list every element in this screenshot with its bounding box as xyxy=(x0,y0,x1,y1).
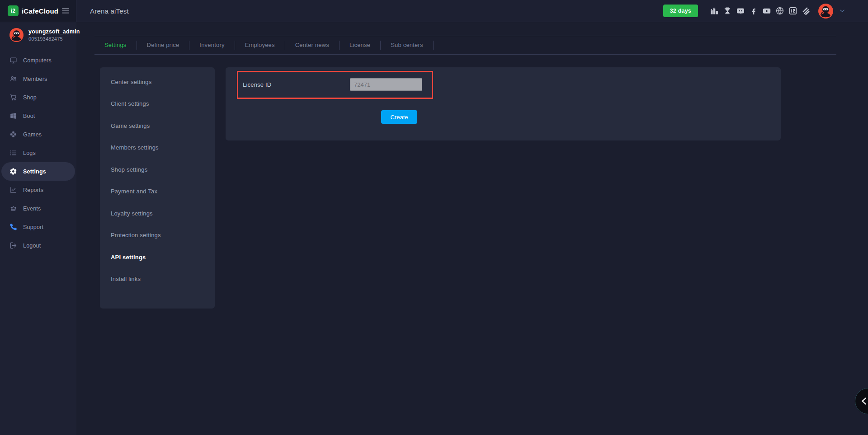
sidebar-item-members[interactable]: Members xyxy=(0,70,76,88)
hamburger-icon[interactable] xyxy=(61,6,70,15)
sidebar-item-logs[interactable]: Logs xyxy=(0,144,76,162)
sidebar-item-label: Computers xyxy=(23,57,52,64)
sidebar-item-reports[interactable]: Reports xyxy=(0,181,76,199)
chevron-down-icon[interactable] xyxy=(839,8,845,14)
user-block[interactable]: youngzsoft_admin 005193482475 xyxy=(0,22,76,47)
user-id: 005193482475 xyxy=(28,36,80,42)
settings-nav-client-settings[interactable]: Client settings xyxy=(100,93,215,115)
sidebar-item-label: Shop xyxy=(23,94,37,101)
sidebar-item-support[interactable]: Support xyxy=(0,218,76,236)
sidebar-item-label: Logs xyxy=(23,150,36,156)
sidebar-item-label: Members xyxy=(23,76,47,82)
sidebar-item-boot[interactable]: Boot xyxy=(0,107,76,125)
reports-icon xyxy=(9,186,17,194)
sidebar-item-events[interactable]: Events xyxy=(0,199,76,218)
chevron-left-icon xyxy=(859,396,868,406)
topbar-actions: 32 days xyxy=(663,4,868,19)
settings-icon xyxy=(9,168,17,175)
sidebar-item-settings[interactable]: Settings xyxy=(1,162,75,181)
sidebar: youngzsoft_admin 005193482475 ComputersM… xyxy=(0,22,76,435)
logout-icon xyxy=(9,242,17,249)
trophy-icon[interactable] xyxy=(722,6,732,16)
settings-nav-protection-settings[interactable]: Protection settings xyxy=(100,225,215,247)
members-icon xyxy=(9,75,17,83)
games-icon xyxy=(9,131,17,138)
sidebar-item-label: Support xyxy=(23,224,43,230)
avatar xyxy=(9,28,24,42)
sidebar-item-logout[interactable]: Logout xyxy=(0,236,76,255)
icafecloud-icon[interactable] xyxy=(788,6,798,16)
sidebar-menu: ComputersMembersShopBootGamesLogsSetting… xyxy=(0,51,76,255)
settings-nav-shop-settings[interactable]: Shop settings xyxy=(100,159,215,181)
tab-sub-centers[interactable]: Sub centers xyxy=(381,41,434,50)
sidebar-item-computers[interactable]: Computers xyxy=(0,51,76,70)
user-name: youngzsoft_admin xyxy=(28,28,80,35)
shop-icon xyxy=(9,94,17,101)
tab-license[interactable]: License xyxy=(340,41,381,50)
tab-settings[interactable]: Settings xyxy=(94,41,137,50)
boot-icon xyxy=(9,112,17,120)
globe-icon[interactable] xyxy=(775,6,785,16)
sidebar-item-label: Events xyxy=(23,206,41,212)
settings-nav-members-settings[interactable]: Members settings xyxy=(100,137,215,159)
days-remaining-badge[interactable]: 32 days xyxy=(663,5,698,17)
ranking-icon[interactable] xyxy=(709,6,719,16)
settings-nav-loyalty-settings[interactable]: Loyalty settings xyxy=(100,202,215,225)
tab-center-news[interactable]: Center news xyxy=(285,41,340,50)
brand[interactable]: i2 iCafeCloud xyxy=(8,5,58,16)
sidebar-item-label: Boot xyxy=(23,113,35,119)
sidebar-item-label: Settings xyxy=(23,168,46,175)
brand-name: iCafeCloud xyxy=(22,7,58,15)
page-title: Arena aiTest xyxy=(90,7,129,15)
settings-nav-payment-and-tax[interactable]: Payment and Tax xyxy=(100,181,215,203)
settings-nav-api-settings[interactable]: API settings xyxy=(100,246,215,268)
api-settings-panel: License ID Create xyxy=(226,67,781,140)
discord-icon[interactable] xyxy=(736,6,745,16)
tab-inventory[interactable]: Inventory xyxy=(189,41,235,50)
license-id-input[interactable] xyxy=(350,78,422,91)
license-id-label: License ID xyxy=(243,81,271,88)
facebook-icon[interactable] xyxy=(749,6,759,16)
avatar[interactable] xyxy=(818,4,833,19)
support-icon xyxy=(9,223,17,231)
topbar-icon-row xyxy=(709,6,811,16)
layers-icon[interactable] xyxy=(801,6,811,16)
settings-nav-game-settings[interactable]: Game settings xyxy=(100,115,215,137)
sidebar-item-label: Logout xyxy=(23,243,41,249)
icafecloud-logo-icon: i2 xyxy=(8,5,19,16)
tab-employees[interactable]: Employees xyxy=(235,41,285,50)
settings-nav-panel: Center settingsClient settingsGame setti… xyxy=(100,67,215,309)
panel-toggle-button[interactable] xyxy=(855,388,868,414)
sidebar-item-label: Reports xyxy=(23,187,43,193)
events-icon xyxy=(9,205,17,212)
settings-nav-center-settings[interactable]: Center settings xyxy=(100,71,215,93)
youtube-icon[interactable] xyxy=(762,6,772,16)
create-button[interactable]: Create xyxy=(381,110,417,124)
top-bar: i2 iCafeCloud Arena aiTest 32 days xyxy=(0,0,868,22)
sidebar-item-games[interactable]: Games xyxy=(0,125,76,144)
sidebar-item-shop[interactable]: Shop xyxy=(0,88,76,107)
logs-icon xyxy=(9,149,17,157)
tab-define-price[interactable]: Define price xyxy=(137,41,190,50)
computers-icon xyxy=(9,56,17,64)
topbar-brand-section: i2 iCafeCloud xyxy=(0,0,76,22)
sidebar-item-label: Games xyxy=(23,131,42,138)
tab-row: SettingsDefine priceInventoryEmployeesCe… xyxy=(94,36,836,55)
settings-nav-install-links[interactable]: Install links xyxy=(100,268,215,290)
